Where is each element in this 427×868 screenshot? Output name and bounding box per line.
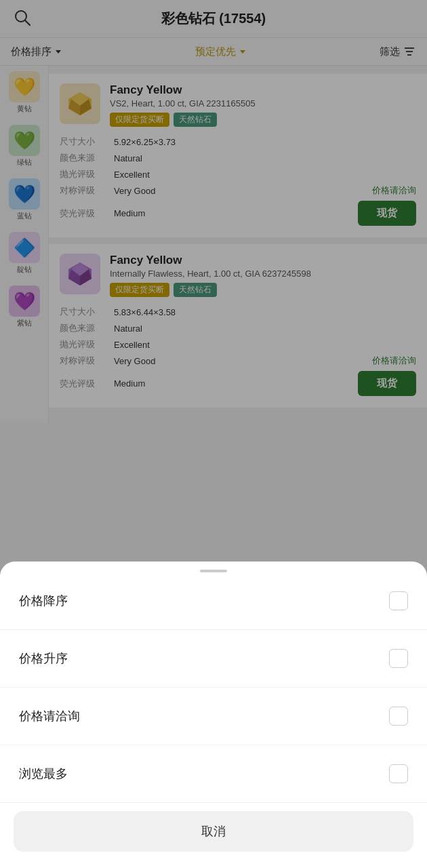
cancel-button[interactable]: 取消 xyxy=(14,811,413,852)
sort-option-0[interactable]: 价格降序 xyxy=(0,572,427,630)
checkbox-2 xyxy=(389,707,408,726)
sort-option-2[interactable]: 价格请洽询 xyxy=(0,688,427,745)
checkbox-3 xyxy=(389,764,408,783)
checkbox-0 xyxy=(389,591,408,610)
checkbox-1 xyxy=(389,649,408,668)
cancel-wrap: 取消 xyxy=(0,803,427,852)
sort-bottom-sheet: 价格降序 价格升序 价格请洽询 浏览最多 取消 xyxy=(0,561,427,868)
sort-option-1[interactable]: 价格升序 xyxy=(0,630,427,688)
sort-option-3[interactable]: 浏览最多 xyxy=(0,745,427,803)
